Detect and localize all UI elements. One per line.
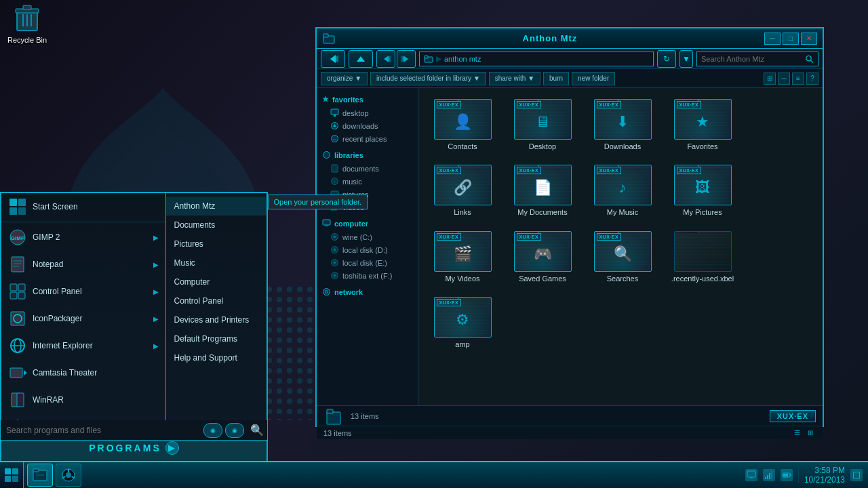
- folder-icon-mymusic: XUX·EX ♪: [594, 165, 652, 205]
- file-item-desktop[interactable]: XUX·EX 🖥 Desktop: [505, 95, 580, 155]
- sidebar-local-e-label: local disk (E:): [342, 259, 387, 267]
- folder-icon-games: XUX·EX 🎮: [514, 231, 572, 272]
- start-place-help[interactable]: Help and Support: [166, 348, 267, 367]
- window-controls: ─ □ ✕: [764, 33, 817, 45]
- up-button[interactable]: [349, 50, 373, 68]
- start-menu-content: Start Screen GIMP GIMP 2 ▶ Notepad ▶: [1, 193, 267, 434]
- fm-search-input[interactable]: [701, 55, 805, 63]
- start-place-documents[interactable]: Documents: [166, 216, 267, 235]
- search-type-btn-2[interactable]: ◉: [225, 423, 244, 438]
- include-library-button[interactable]: include selected folder in library ▼: [370, 72, 486, 85]
- search-type-btn-1[interactable]: ◉: [203, 423, 222, 438]
- start-place-computer[interactable]: Computer: [166, 272, 267, 291]
- show-desktop-btn[interactable]: [850, 469, 863, 481]
- start-menu-item-gimp[interactable]: GIMP GIMP 2 ▶: [1, 224, 165, 251]
- tray-icon-2[interactable]: [763, 469, 775, 481]
- desktop-icon: [330, 108, 339, 117]
- file-item-amp[interactable]: XUX·EX ⚙ amp: [425, 293, 500, 353]
- large-icons-view[interactable]: ⊞: [764, 73, 776, 85]
- start-menu-item-winrar[interactable]: WinRAR: [1, 386, 165, 413]
- dropdown-button[interactable]: ▼: [679, 50, 693, 68]
- notepad-icon: [8, 255, 27, 274]
- folder-icon-contacts: XUX·EX 👤: [434, 99, 492, 140]
- control-panel-label: Control Panel: [33, 287, 148, 296]
- refresh-button[interactable]: ↻: [657, 50, 676, 68]
- sidebar-item-desktop[interactable]: desktop: [317, 106, 418, 119]
- start-button[interactable]: [0, 462, 24, 488]
- start-menu-item-start-screen[interactable]: Start Screen: [1, 193, 165, 220]
- prev-nav-button[interactable]: [376, 50, 395, 68]
- svg-rect-73: [5, 468, 11, 474]
- organize-button[interactable]: organize ▼: [321, 72, 368, 85]
- sidebar-item-documents[interactable]: documents: [317, 162, 418, 175]
- share-with-button[interactable]: share with ▼: [489, 72, 540, 85]
- start-place-anthon[interactable]: Anthon Mtz Open your personal folder.: [166, 197, 267, 216]
- sidebar-item-recent[interactable]: ↩ recent places: [317, 132, 418, 145]
- burn-button[interactable]: burn: [543, 72, 569, 85]
- libraries-header: libraries: [317, 148, 418, 162]
- recycle-bin[interactable]: Recycle Bin: [3, 3, 51, 44]
- maximize-button[interactable]: □: [783, 33, 799, 45]
- camtasia-label: Camtasia Theater: [33, 368, 159, 378]
- start-place-control-panel[interactable]: Control Panel: [166, 291, 267, 310]
- file-item-my-music[interactable]: XUX·EX ♪ My Music: [585, 161, 660, 221]
- fm-statusbar: 13 items XUX·EX: [317, 405, 823, 426]
- tray-icon-1[interactable]: [745, 469, 757, 481]
- start-place-devices[interactable]: Devices and Printers: [166, 310, 267, 329]
- file-item-links[interactable]: XUX·EX 🔗 Links: [425, 161, 500, 221]
- svg-rect-88: [767, 475, 768, 479]
- start-screen-label: Start Screen: [33, 202, 159, 211]
- tray-icon-3[interactable]: [781, 469, 793, 481]
- start-place-music[interactable]: Music: [166, 253, 267, 272]
- file-item-my-documents[interactable]: XUX·EX 📄 My Documents: [505, 161, 580, 221]
- search-button[interactable]: 🔍: [247, 421, 267, 440]
- svg-rect-19: [18, 284, 25, 291]
- time-display: 3:58 PM: [804, 466, 845, 475]
- large-icon-view-btn[interactable]: ⊞: [805, 428, 816, 439]
- file-item-recently-used[interactable]: .recently-used.xbel: [665, 227, 740, 287]
- start-place-pictures[interactable]: Pictures: [166, 235, 267, 253]
- search-input[interactable]: [1, 426, 203, 435]
- help-button[interactable]: ?: [806, 73, 818, 85]
- music-icon: ♪: [330, 177, 339, 186]
- close-button[interactable]: ✕: [801, 33, 817, 45]
- downloads-label: Downloads: [604, 142, 641, 151]
- downloads-icon: [330, 121, 339, 130]
- sidebar-item-toshiba[interactable]: toshiba ext (F:): [317, 269, 418, 282]
- file-item-saved-games[interactable]: XUX·EX 🎮 Saved Games: [505, 227, 580, 287]
- new-folder-button[interactable]: new folder: [572, 72, 615, 85]
- taskbar-app-chrome[interactable]: [56, 464, 81, 487]
- desktop: Recycle Bin Start Screen GIMP GIMP 2: [0, 0, 868, 488]
- sidebar-item-local-e[interactable]: local disk (E:): [317, 256, 418, 269]
- file-item-my-videos[interactable]: XUX·EX 🎬 My Videos: [425, 227, 500, 287]
- file-item-downloads[interactable]: XUX·EX ⬇ Downloads: [585, 95, 660, 155]
- path-bar[interactable]: ▶ anthon mtz: [419, 52, 654, 66]
- next-nav-button[interactable]: [397, 50, 416, 68]
- recycle-bin-icon: [14, 3, 41, 34]
- start-menu-item-ie[interactable]: Internet Explorer ▶: [1, 332, 165, 359]
- file-item-favorites[interactable]: XUX·EX ★ Favorites: [665, 95, 740, 155]
- start-menu-item-notepad[interactable]: Notepad ▶: [1, 251, 165, 278]
- sidebar-item-local-d[interactable]: local disk (D:): [317, 243, 418, 256]
- back-button[interactable]: [321, 50, 345, 68]
- help-label: Help and Support: [174, 353, 237, 363]
- sidebar-item-downloads[interactable]: downloads: [317, 119, 418, 132]
- start-menu-item-control-panel[interactable]: Control Panel ▶: [1, 278, 165, 305]
- list-view[interactable]: ≡: [792, 73, 804, 85]
- minimize-button[interactable]: ─: [764, 33, 781, 45]
- star-icon: ★: [322, 95, 329, 104]
- start-place-defaults[interactable]: Default Programs: [166, 329, 267, 348]
- file-item-contacts[interactable]: XUX·EX 👤 Contacts: [425, 95, 500, 155]
- programs-button[interactable]: PROGRAMS ▶: [89, 441, 178, 455]
- start-menu-item-camtasia[interactable]: Camtasia Theater: [1, 359, 165, 386]
- fm-bottom-bar: 13 items ☰ ⊞: [317, 426, 823, 439]
- sidebar-item-music[interactable]: ♪ music: [317, 175, 418, 188]
- sidebar-item-wine[interactable]: wine (C:): [317, 230, 418, 243]
- detail-view-btn[interactable]: ☰: [791, 428, 802, 439]
- file-item-my-pictures[interactable]: XUX·EX 🖼 My Pictures: [665, 161, 740, 221]
- camtasia-icon: [8, 363, 27, 382]
- file-item-searches[interactable]: XUX·EX 🔍 Searches: [585, 227, 660, 287]
- gimp-label: GIMP 2: [33, 232, 148, 242]
- start-menu-item-iconpackager[interactable]: IconPackager ▶: [1, 305, 165, 332]
- taskbar-app-explorer[interactable]: [27, 464, 53, 487]
